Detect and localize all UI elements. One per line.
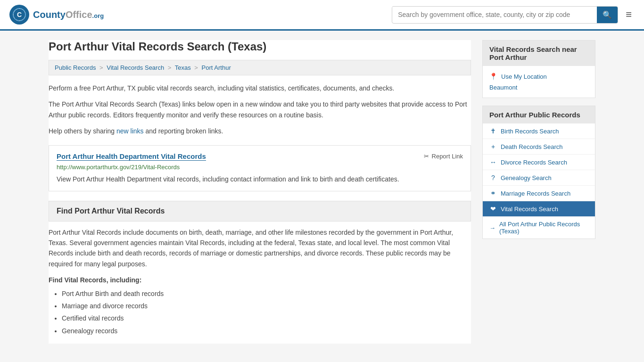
find-subheading: Find Vital Records, including:: [49, 275, 471, 285]
logo-svg: C: [13, 8, 26, 21]
sidebar-divorce-records[interactable]: ↔ Divorce Records Search: [483, 155, 595, 170]
public-records-header: Port Arthur Public Records: [483, 106, 595, 123]
divorce-icon: ↔: [489, 158, 497, 166]
description-2: The Port Arthur Vital Records Search (Te…: [49, 99, 471, 120]
breadcrumb-vital-records-search[interactable]: Vital Records Search: [107, 64, 164, 71]
pin-icon: 📍: [489, 73, 497, 80]
vital-icon: ❤: [489, 205, 497, 213]
death-icon: +: [489, 143, 497, 150]
nearby-body: 📍 Use My Location Beaumont: [483, 66, 595, 98]
arrow-icon: →: [489, 224, 495, 231]
list-item: Certified vital records: [62, 313, 471, 323]
beaumont-link[interactable]: Beaumont: [489, 82, 588, 93]
logo-text: CountyOffice.org: [33, 9, 104, 20]
main-container: Port Arthur Vital Records Search (Texas)…: [39, 31, 605, 353]
record-description: View Port Arthur Health Department vital…: [57, 174, 463, 184]
breadcrumb-public-records[interactable]: Public Records: [55, 64, 96, 71]
public-records-card: Port Arthur Public Records ✝ Birth Recor…: [482, 106, 595, 239]
find-description: Port Arthur Vital Records include docume…: [49, 227, 471, 270]
birth-icon: ✝: [489, 127, 497, 135]
svg-text:C: C: [17, 11, 22, 18]
report-link[interactable]: ✂ Report Link: [424, 153, 463, 160]
find-heading: Find Port Arthur Vital Records: [57, 207, 463, 215]
record-url: http://www.portarthurtx.gov/219/Vital-Re…: [57, 164, 463, 171]
record-link-section: Port Arthur Health Department Vital Reco…: [49, 145, 471, 191]
sidebar-all-records-link[interactable]: → All Port Arthur Public Records (Texas): [483, 217, 595, 239]
description-3: Help others by sharing new links and rep…: [49, 126, 471, 136]
find-list: Port Arthur Birth and death records Marr…: [49, 288, 471, 337]
search-bar: 🔍: [392, 6, 618, 24]
list-item: Port Arthur Birth and death records: [62, 288, 471, 299]
sidebar-vital-records[interactable]: ❤ Vital Records Search: [483, 201, 595, 217]
list-item: Genealogy records: [62, 326, 471, 336]
search-button[interactable]: 🔍: [597, 7, 618, 23]
find-section-header: Find Port Arthur Vital Records: [49, 201, 471, 222]
nearby-card: Vital Records Search near Port Arthur 📍 …: [482, 40, 595, 98]
sidebar: Vital Records Search near Port Arthur 📍 …: [482, 40, 595, 344]
breadcrumb: Public Records > Vital Records Search > …: [49, 60, 471, 75]
menu-button[interactable]: ≡: [623, 6, 635, 24]
sidebar-death-records[interactable]: + Death Records Search: [483, 139, 595, 155]
description-1: Perform a free Port Arthur, TX public vi…: [49, 83, 471, 93]
nearby-header: Vital Records Search near Port Arthur: [483, 41, 595, 66]
use-my-location-link[interactable]: 📍 Use My Location: [489, 71, 588, 82]
logo-area: C CountyOffice.org: [9, 5, 104, 25]
sidebar-marriage-records[interactable]: ⚭ Marriage Records Search: [483, 186, 595, 201]
breadcrumb-port-arthur[interactable]: Port Arthur: [202, 64, 231, 71]
sidebar-genealogy-search[interactable]: ? Genealogy Search: [483, 170, 595, 186]
sidebar-birth-records[interactable]: ✝ Birth Records Search: [483, 123, 595, 139]
page-title: Port Arthur Vital Records Search (Texas): [49, 40, 471, 53]
list-item: Marriage and divorce records: [62, 301, 471, 311]
new-links-link[interactable]: new links: [116, 127, 144, 135]
search-input[interactable]: [392, 7, 597, 22]
main-content: Port Arthur Vital Records Search (Texas)…: [49, 40, 471, 344]
health-dept-link[interactable]: Port Arthur Health Department Vital Reco…: [57, 152, 206, 161]
report-icon: ✂: [424, 153, 429, 160]
record-link-header: Port Arthur Health Department Vital Reco…: [57, 152, 463, 161]
logo-icon: C: [9, 5, 29, 25]
find-body: Port Arthur Vital Records include docume…: [49, 222, 471, 344]
site-header: C CountyOffice.org 🔍 ≡: [0, 0, 644, 31]
header-right: 🔍 ≡: [392, 6, 635, 24]
genealogy-icon: ?: [489, 174, 497, 181]
marriage-icon: ⚭: [489, 189, 497, 197]
breadcrumb-texas[interactable]: Texas: [175, 64, 191, 71]
